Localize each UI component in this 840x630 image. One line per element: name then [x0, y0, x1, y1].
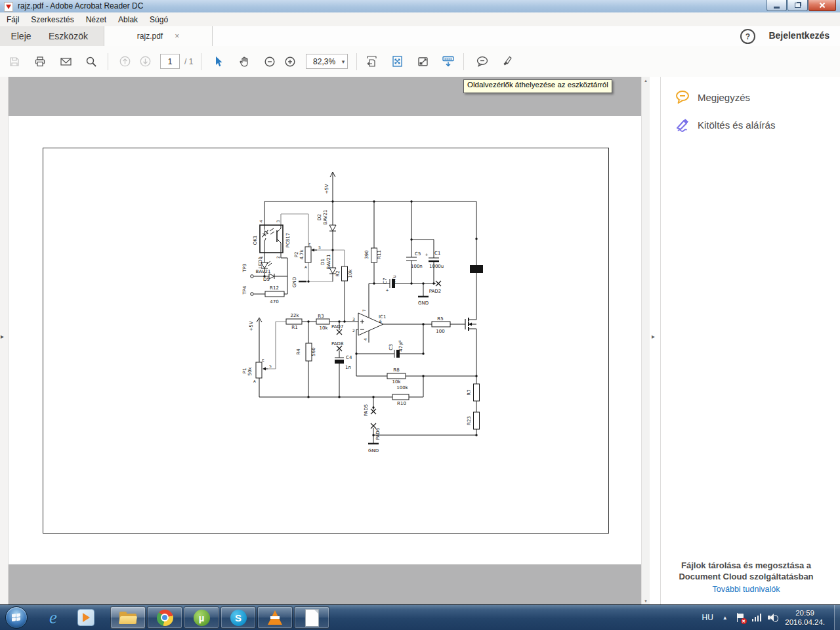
label-r12-val: 470	[270, 299, 278, 304]
close-button[interactable]	[808, 0, 836, 11]
optocoupler-led	[261, 229, 270, 239]
zoom-out-icon	[264, 56, 276, 68]
tab-document[interactable]: rajz.pdf ×	[104, 26, 213, 46]
highlighter-icon	[501, 55, 513, 68]
tab-document-label: rajz.pdf	[137, 32, 163, 41]
page-down-icon	[139, 55, 152, 68]
document-icon	[305, 609, 319, 627]
zoom-out-button[interactable]	[262, 52, 278, 71]
tab-tools[interactable]: Eszközök	[41, 26, 96, 46]
taskbar-clock[interactable]: 20:59 2016.04.24.	[785, 608, 825, 627]
window-title: rajz.pdf - Adobe Acrobat Reader DC	[18, 1, 143, 10]
sign-in-button[interactable]: Bejelentkezés	[768, 30, 830, 41]
language-indicator[interactable]: HU	[702, 613, 713, 622]
menu-file[interactable]: Fájl	[1, 14, 24, 26]
label-p2: P2	[294, 252, 299, 258]
zoom-level-select[interactable]: 82,3% ▾	[306, 54, 348, 69]
label-r5-val: 100	[436, 329, 444, 334]
hidden-icons-chevron[interactable]: ▲	[723, 615, 728, 621]
email-icon	[60, 56, 72, 68]
taskbar-utorrent[interactable]: µ	[184, 606, 219, 629]
label-pin2: 2	[352, 328, 355, 333]
fit-page-button[interactable]	[389, 52, 405, 71]
tool-fill-sign[interactable]: Kitöltés és aláírás	[675, 116, 775, 133]
panel-collapse-icon[interactable]: ▸	[652, 333, 655, 340]
label-c7-plus: +	[385, 287, 388, 292]
pdf-app-icon	[4, 2, 13, 12]
label-pad8: PAD8	[331, 341, 343, 346]
taskbar-wmp[interactable]	[76, 607, 96, 628]
menu-edit[interactable]: Szerkesztés	[26, 14, 79, 26]
search-icon	[85, 56, 97, 68]
highlight-tool-button[interactable]	[499, 52, 514, 71]
menu-help[interactable]: Súgó	[144, 14, 173, 26]
print-button[interactable]	[32, 52, 48, 71]
tab-close-icon[interactable]: ×	[175, 32, 179, 41]
chevron-down-icon: ▾	[342, 58, 345, 65]
taskbar-explorer[interactable]	[110, 606, 146, 629]
comment-icon	[476, 55, 489, 68]
label-p1-s: S	[269, 364, 272, 368]
move-page-controls-button[interactable]	[440, 52, 456, 71]
label-pin6: 6	[379, 319, 382, 324]
network-signal-icon[interactable]	[752, 614, 762, 621]
media-player-icon	[77, 609, 94, 626]
label-r10-val: 100k	[396, 385, 408, 390]
taskbar-vlc[interactable]	[257, 606, 293, 629]
system-tray: HU ▲ ✕ 20:59 2016.04.24.	[702, 605, 840, 630]
taskbar-skype[interactable]: S	[220, 606, 256, 629]
save-button[interactable]	[7, 52, 22, 71]
label-r8: R8	[393, 368, 399, 373]
nav-pane-strip[interactable]: ▸	[0, 77, 9, 605]
taskbar-document[interactable]	[294, 606, 329, 629]
taskbar-ie[interactable]: e	[43, 607, 63, 628]
label-pad2: PAD2	[429, 289, 441, 294]
start-button[interactable]	[5, 606, 28, 629]
tool-comment[interactable]: Megjegyzés	[675, 89, 750, 106]
search-button[interactable]	[83, 52, 99, 71]
vertical-scrollbar[interactable]: ▴ ▾	[641, 77, 650, 605]
label-r2-val: 10k	[348, 269, 353, 278]
previous-page-button[interactable]	[117, 52, 133, 71]
taskbar-chrome[interactable]	[147, 606, 182, 629]
taskbar: e µ S HU ▲ ✕	[0, 604, 840, 630]
label-c7-val: 47u	[392, 275, 397, 284]
label-tp4: TP4	[242, 285, 247, 295]
tool-fill-sign-label: Kitöltés és aláírás	[698, 119, 775, 131]
minimize-button[interactable]	[766, 0, 787, 11]
label-pin7: 7	[362, 309, 366, 312]
help-icon[interactable]: ?	[740, 29, 755, 44]
label-r4-val: 560	[311, 347, 316, 356]
next-page-button[interactable]	[137, 52, 153, 71]
label-p1-val: 50k	[247, 367, 253, 376]
label-c5: C5	[415, 251, 421, 257]
restore-button[interactable]	[788, 0, 808, 11]
page-count-label: / 1	[184, 57, 193, 66]
title-bar[interactable]: rajz.pdf - Adobe Acrobat Reader DC	[0, 0, 840, 13]
learn-more-link[interactable]: További tudnivalók	[665, 585, 827, 594]
label-d1-val: BAV21	[326, 255, 331, 270]
email-button[interactable]	[58, 52, 74, 71]
label-r1-val: 22k	[291, 313, 300, 318]
volume-icon[interactable]	[768, 614, 777, 622]
comment-tool-button[interactable]	[474, 52, 490, 71]
schematic-frame	[43, 148, 609, 534]
hand-tool-button[interactable]	[237, 52, 253, 71]
menu-view[interactable]: Nézet	[81, 14, 112, 26]
scroll-up-icon[interactable]: ▴	[644, 77, 647, 85]
label-p2-a: A	[304, 265, 307, 269]
fit-width-button[interactable]	[364, 52, 379, 71]
clock-time: 20:59	[785, 608, 825, 618]
menu-window[interactable]: Ablak	[113, 14, 143, 26]
skype-icon: S	[230, 610, 247, 626]
tooltip: Oldalvezérlők áthelyezése az eszköztárró…	[463, 79, 612, 93]
action-center-flag-icon[interactable]: ✕	[736, 613, 746, 623]
select-tool-button[interactable]	[211, 52, 226, 71]
actual-size-button[interactable]	[415, 52, 430, 71]
tab-home[interactable]: Eleje	[4, 26, 38, 46]
zoom-in-button[interactable]	[282, 52, 298, 71]
page-number-input[interactable]	[160, 54, 180, 69]
label-tp3: TP3	[242, 264, 247, 273]
show-desktop-button[interactable]	[834, 605, 840, 630]
nav-pane-arrow-icon[interactable]: ▸	[1, 333, 4, 340]
